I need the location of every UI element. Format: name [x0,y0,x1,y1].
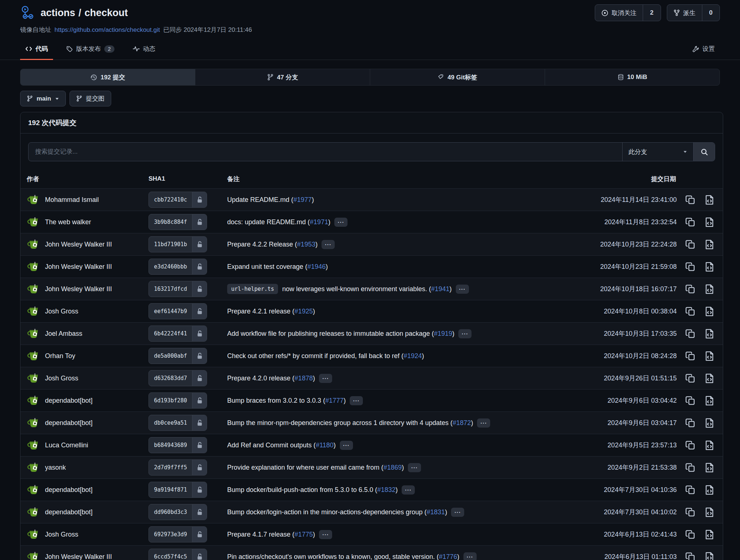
commit-sha-button[interactable]: e3d2460bbb [149,259,207,275]
repo-owner-link[interactable]: actions [41,7,75,19]
commit-author-name[interactable]: dependabot[bot] [45,419,93,427]
copy-sha-button[interactable] [685,462,696,473]
copy-sha-button[interactable] [685,440,696,451]
commit-sha-button[interactable]: 163217dfcd [149,281,207,297]
avatar[interactable] [27,439,40,452]
issue-link[interactable]: #1831 [427,508,445,516]
commit-author-name[interactable]: Josh Gross [45,375,78,382]
avatar[interactable] [27,483,40,496]
issue-link[interactable]: #1946 [307,263,326,270]
commit-sha-button[interactable]: d632683dd7 [149,370,207,386]
commit-author-name[interactable]: dependabot[bot] [45,486,93,494]
browse-source-button[interactable] [704,462,715,473]
ellipsis-button[interactable]: ··· [477,418,490,428]
commit-author-name[interactable]: yasonk [45,464,66,471]
browse-source-button[interactable] [704,418,715,428]
unwatch-button[interactable]: 取消关注 [595,5,643,21]
browse-source-button[interactable] [704,395,715,406]
stat-tags[interactable]: 49 Git标签 [370,69,545,85]
copy-sha-button[interactable] [685,529,696,540]
issue-link[interactable]: #1878 [294,375,313,382]
copy-sha-button[interactable] [685,351,696,361]
commit-author-name[interactable]: Mohammad Ismail [45,196,99,204]
issue-link[interactable]: #1919 [434,330,452,337]
commit-author-name[interactable]: John Wesley Walker III [45,553,112,560]
commit-author-name[interactable]: dependabot[bot] [45,397,93,405]
tab-settings[interactable]: 设置 [687,39,720,60]
ellipsis-button[interactable]: ··· [350,396,363,405]
branch-filter-dropdown[interactable]: 此分支 [622,143,693,161]
copy-sha-button[interactable] [685,328,696,339]
browse-source-button[interactable] [704,284,715,294]
commit-sha-button[interactable]: b684943689 [149,437,207,453]
issue-link[interactable]: #1977 [293,196,312,203]
search-submit-button[interactable] [693,143,715,161]
stat-branches[interactable]: 47 分支 [195,69,370,85]
commit-author-name[interactable]: John Wesley Walker III [45,263,112,271]
commit-author-name[interactable]: John Wesley Walker III [45,285,112,293]
browse-source-button[interactable] [704,373,715,384]
search-commits-input[interactable] [29,143,622,161]
copy-sha-button[interactable] [685,262,696,272]
browse-source-button[interactable] [704,507,715,518]
issue-link[interactable]: #1832 [377,486,395,493]
commit-sha-button[interactable]: db0cee9a51 [149,415,207,431]
forks-count[interactable]: 0 [702,5,720,21]
copy-sha-button[interactable] [685,284,696,294]
stat-commits[interactable]: 192 提交 [20,69,195,85]
commit-sha-button[interactable]: 6ccd57f4c5 [149,549,207,560]
issue-link[interactable]: #1971 [310,218,328,226]
commit-sha-button[interactable]: 3b9b8c884f [149,214,207,230]
commit-author-name[interactable]: Joel Ambass [45,330,82,338]
browse-source-button[interactable] [704,195,715,205]
avatar[interactable] [27,193,40,206]
browse-source-button[interactable] [704,351,715,361]
commit-author-name[interactable]: dependabot[bot] [45,508,93,516]
tab-activity[interactable]: 动态 [128,39,161,60]
issue-link[interactable]: #1941 [431,285,450,293]
issue-link[interactable]: #1776 [439,553,457,560]
avatar[interactable] [27,349,40,362]
stat-size[interactable]: 10 MiB [545,69,720,85]
commit-author-name[interactable]: Josh Gross [45,531,78,538]
copy-sha-button[interactable] [685,485,696,495]
browse-source-button[interactable] [704,529,715,540]
avatar[interactable] [27,528,40,541]
ellipsis-button[interactable]: ··· [456,285,469,294]
browse-source-button[interactable] [704,239,715,250]
issue-link[interactable]: #1777 [325,397,343,404]
commit-sha-button[interactable]: 6d193bf280 [149,392,207,409]
ellipsis-button[interactable]: ··· [458,329,472,338]
copy-sha-button[interactable] [685,195,696,205]
ellipsis-button[interactable]: ··· [319,374,332,383]
ellipsis-button[interactable]: ··· [340,441,353,450]
avatar[interactable] [27,238,40,251]
ellipsis-button[interactable]: ··· [334,218,348,227]
avatar[interactable] [27,327,40,340]
ellipsis-button[interactable]: ··· [408,463,421,472]
avatar[interactable] [27,416,40,429]
avatar[interactable] [27,461,40,474]
copy-sha-button[interactable] [685,552,696,560]
commit-graph-button[interactable]: 提交图 [70,91,111,106]
commit-author-name[interactable]: Luca Comellini [45,441,88,449]
avatar[interactable] [27,550,40,560]
ellipsis-button[interactable]: ··· [319,530,332,539]
fork-button[interactable]: 派生 [667,5,702,21]
browse-source-button[interactable] [704,328,715,339]
issue-link[interactable]: #1924 [403,352,422,360]
ellipsis-button[interactable]: ··· [451,508,464,517]
browse-source-button[interactable] [704,262,715,272]
tab-code[interactable]: 代码 [20,39,53,60]
commit-sha-button[interactable]: eef61447b9 [149,303,207,319]
repo-name-link[interactable]: checkout [84,7,128,19]
browse-source-button[interactable] [704,217,715,228]
copy-sha-button[interactable] [685,373,696,384]
ellipsis-button[interactable]: ··· [463,552,477,560]
avatar[interactable] [27,394,40,407]
issue-link[interactable]: #1180 [316,441,334,449]
browse-source-button[interactable] [704,440,715,451]
ellipsis-button[interactable]: ··· [322,240,335,249]
commit-sha-button[interactable]: 11bd71901b [149,236,207,252]
commit-author-name[interactable]: Josh Gross [45,308,78,315]
